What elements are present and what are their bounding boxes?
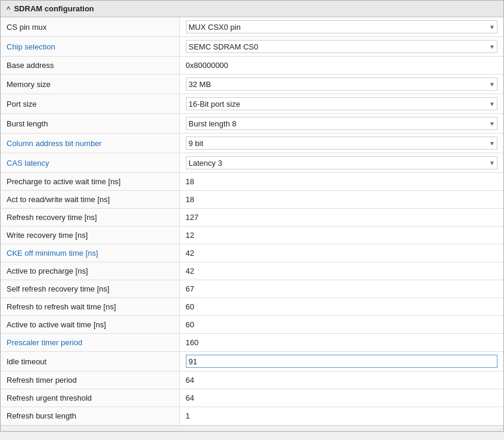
- table-row: Column address bit number8 bit9 bit10 bi…: [1, 134, 503, 153]
- label-active-precharge: Active to precharge [ns]: [1, 262, 179, 280]
- select-cs-pin-mux[interactable]: MUX CSX0 pinMUX CSX1 pinMUX CSX2 pin: [186, 20, 498, 33]
- table-row: Active to precharge [ns]42: [1, 262, 503, 280]
- table-row: Self refresh recovery time [ns]67: [1, 280, 503, 298]
- input-idle-timeout[interactable]: [186, 355, 498, 368]
- label-write-recovery-time: Write recovery time [ns]: [1, 227, 179, 244]
- value-refresh-timer-period: 64: [179, 371, 503, 389]
- label-precharge-active-wait: Precharge to active wait time [ns]: [1, 173, 179, 191]
- label-port-size: Port size: [1, 94, 179, 114]
- table-row: Prescaler timer period160: [1, 334, 503, 352]
- label-refresh-burst-length: Refresh burst length: [1, 407, 179, 425]
- label-cke-off-min-time: CKE off minimum time [ns]: [1, 244, 179, 262]
- panel-title: SDRAM configuration: [14, 4, 94, 13]
- value-self-refresh-recovery: 67: [179, 280, 503, 298]
- value-active-precharge: 42: [179, 262, 503, 280]
- table-row: Active to active wait time [ns]60: [1, 316, 503, 334]
- label-act-read-write-wait: Act to read/write wait time [ns]: [1, 191, 179, 209]
- label-prescaler-timer-period: Prescaler timer period: [1, 334, 179, 352]
- table-row: Precharge to active wait time [ns]18: [1, 173, 503, 191]
- select-wrapper-cas-latency: Latency 1Latency 2Latency 3▼: [186, 156, 498, 169]
- value-base-address: 0x80000000: [179, 57, 503, 75]
- label-idle-timeout: Idle timeout: [1, 352, 179, 371]
- select-wrapper-burst-length: Burst length 1Burst length 2Burst length…: [186, 117, 498, 130]
- select-wrapper-memory-size: 8 MB16 MB32 MB64 MB▼: [186, 78, 498, 91]
- select-wrapper-port-size: 8-Bit port size16-Bit port size32-Bit po…: [186, 97, 498, 110]
- bottom-bar: [1, 425, 503, 431]
- table-row: Act to read/write wait time [ns]18: [1, 191, 503, 209]
- table-row: Refresh recovery time [ns]127: [1, 209, 503, 227]
- table-row: Port size8-Bit port size16-Bit port size…: [1, 94, 503, 114]
- select-port-size[interactable]: 8-Bit port size16-Bit port size32-Bit po…: [186, 97, 498, 110]
- value-write-recovery-time: 12: [179, 227, 503, 244]
- table-row: Refresh timer period64: [1, 371, 503, 389]
- table-row: Refresh to refresh wait time [ns]60: [1, 298, 503, 316]
- table-row: Base address0x80000000: [1, 57, 503, 75]
- select-memory-size[interactable]: 8 MB16 MB32 MB64 MB: [186, 78, 498, 91]
- value-precharge-active-wait: 18: [179, 173, 503, 191]
- value-active-active-wait: 60: [179, 316, 503, 334]
- label-cs-pin-mux: CS pin mux: [1, 17, 179, 37]
- label-column-address-bit-number: Column address bit number: [1, 134, 179, 153]
- table-row: Burst lengthBurst length 1Burst length 2…: [1, 114, 503, 134]
- label-refresh-timer-period: Refresh timer period: [1, 371, 179, 389]
- label-refresh-urgent-threshold: Refresh urgent threshold: [1, 389, 179, 407]
- label-self-refresh-recovery: Self refresh recovery time [ns]: [1, 280, 179, 298]
- panel-header: ^ SDRAM configuration: [1, 1, 503, 17]
- label-chip-selection: Chip selection: [1, 37, 179, 57]
- label-cas-latency: CAS latency: [1, 153, 179, 173]
- value-prescaler-timer-period: 160: [179, 334, 503, 352]
- value-refresh-to-refresh: 60: [179, 298, 503, 316]
- table-row: Refresh burst length1: [1, 407, 503, 425]
- table-row: Idle timeout: [1, 352, 503, 371]
- value-refresh-urgent-threshold: 64: [179, 389, 503, 407]
- label-memory-size: Memory size: [1, 75, 179, 94]
- table-row: CAS latencyLatency 1Latency 2Latency 3▼: [1, 153, 503, 173]
- table-row: CKE off minimum time [ns]42: [1, 244, 503, 262]
- select-column-address-bit-number[interactable]: 8 bit9 bit10 bit11 bit: [186, 137, 498, 150]
- config-table: CS pin muxMUX CSX0 pinMUX CSX1 pinMUX CS…: [1, 17, 503, 425]
- select-wrapper-chip-selection: SEMC SDRAM CS0SEMC SDRAM CS1SEMC SDRAM C…: [186, 40, 498, 53]
- table-row: Chip selectionSEMC SDRAM CS0SEMC SDRAM C…: [1, 37, 503, 57]
- value-cke-off-min-time: 42: [179, 244, 503, 262]
- select-burst-length[interactable]: Burst length 1Burst length 2Burst length…: [186, 117, 498, 130]
- value-act-read-write-wait: 18: [179, 191, 503, 209]
- select-cas-latency[interactable]: Latency 1Latency 2Latency 3: [186, 156, 498, 169]
- value-refresh-recovery-time: 127: [179, 209, 503, 227]
- value-refresh-burst-length: 1: [179, 407, 503, 425]
- table-row: Write recovery time [ns]12: [1, 227, 503, 244]
- collapse-arrow[interactable]: ^: [7, 5, 10, 13]
- label-base-address: Base address: [1, 57, 179, 75]
- select-wrapper-column-address-bit-number: 8 bit9 bit10 bit11 bit▼: [186, 137, 498, 150]
- table-row: CS pin muxMUX CSX0 pinMUX CSX1 pinMUX CS…: [1, 17, 503, 37]
- table-row: Refresh urgent threshold64: [1, 389, 503, 407]
- table-row: Memory size8 MB16 MB32 MB64 MB▼: [1, 75, 503, 94]
- label-burst-length: Burst length: [1, 114, 179, 134]
- label-refresh-recovery-time: Refresh recovery time [ns]: [1, 209, 179, 227]
- label-refresh-to-refresh: Refresh to refresh wait time [ns]: [1, 298, 179, 316]
- select-chip-selection[interactable]: SEMC SDRAM CS0SEMC SDRAM CS1SEMC SDRAM C…: [186, 40, 498, 53]
- select-wrapper-cs-pin-mux: MUX CSX0 pinMUX CSX1 pinMUX CSX2 pin▼: [186, 20, 498, 33]
- sdram-config-panel: ^ SDRAM configuration CS pin muxMUX CSX0…: [0, 0, 504, 432]
- label-active-active-wait: Active to active wait time [ns]: [1, 316, 179, 334]
